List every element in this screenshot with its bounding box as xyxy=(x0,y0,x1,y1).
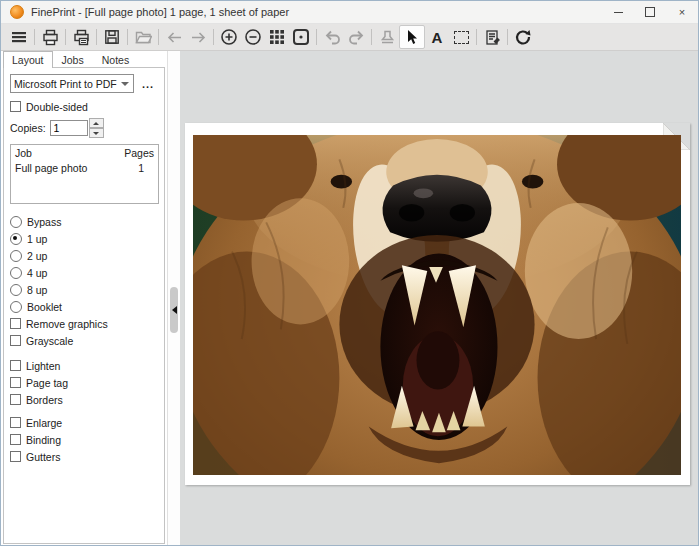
remove-graphics-checkbox[interactable] xyxy=(10,318,21,329)
rotate-button[interactable] xyxy=(511,26,535,48)
chevron-down-icon xyxy=(121,82,129,86)
job-column-header: Job xyxy=(15,147,32,159)
borders-option[interactable]: Borders xyxy=(10,392,159,407)
grayscale-option[interactable]: Grayscale xyxy=(10,333,159,348)
fit-page-icon xyxy=(292,28,310,46)
undo-button[interactable] xyxy=(320,26,344,48)
tab-layout[interactable]: Layout xyxy=(3,51,53,68)
collapse-left-icon xyxy=(172,306,177,314)
one-up-radio[interactable] xyxy=(10,233,22,245)
text-tool-button[interactable]: A xyxy=(425,26,449,48)
lighten-option[interactable]: Lighten xyxy=(10,358,159,373)
fit-page-button[interactable] xyxy=(289,26,313,48)
layout-mode-8up[interactable]: 8 up xyxy=(10,282,159,297)
grayscale-checkbox[interactable] xyxy=(10,335,21,346)
text-tool-icon: A xyxy=(432,30,443,45)
select-cursor-button[interactable] xyxy=(399,25,425,49)
stamp-button[interactable] xyxy=(375,26,399,48)
printer-document-icon xyxy=(73,29,90,46)
page-tag-label: Page tag xyxy=(26,377,68,389)
edit-page-icon xyxy=(484,29,501,46)
spinner-up-button[interactable] xyxy=(89,118,104,128)
pages-column-header: Pages xyxy=(124,147,154,159)
copies-input[interactable] xyxy=(50,120,88,136)
layout-mode-2up[interactable]: 2 up xyxy=(10,248,159,263)
tab-notes[interactable]: Notes xyxy=(93,51,138,68)
edit-page-button[interactable] xyxy=(480,26,504,48)
close-button[interactable]: × xyxy=(666,1,698,23)
booklet-label: Booklet xyxy=(27,301,62,313)
binding-option[interactable]: Binding xyxy=(10,432,159,447)
two-up-radio[interactable] xyxy=(10,250,22,262)
layout-mode-4up[interactable]: 4 up xyxy=(10,265,159,280)
double-sided-option[interactable]: Double-sided xyxy=(10,99,159,114)
printer-select[interactable]: Microsoft Print to PDF xyxy=(10,74,134,93)
printer-row: Microsoft Print to PDF ... xyxy=(10,74,159,93)
print-preview-area[interactable] xyxy=(180,51,698,546)
save-button[interactable] xyxy=(100,26,124,48)
save-icon xyxy=(104,29,120,45)
forward-button[interactable] xyxy=(186,26,210,48)
double-sided-checkbox[interactable] xyxy=(10,101,21,112)
tab-jobs[interactable]: Jobs xyxy=(53,51,93,68)
rotate-icon xyxy=(514,28,532,46)
lighten-checkbox[interactable] xyxy=(10,360,21,371)
splitter-handle[interactable] xyxy=(170,287,178,333)
eight-up-radio[interactable] xyxy=(10,284,22,296)
thumbnail-grid-button[interactable] xyxy=(265,26,289,48)
toolbar-separator xyxy=(316,29,317,45)
main-area: Layout Jobs Notes Microsoft Print to PDF… xyxy=(1,51,698,546)
redo-button[interactable] xyxy=(344,26,368,48)
fineprint-logo-icon xyxy=(10,5,24,19)
page-tag-option[interactable]: Page tag xyxy=(10,375,159,390)
printer-more-button[interactable]: ... xyxy=(142,78,154,90)
four-up-radio[interactable] xyxy=(10,267,22,279)
remove-graphics-option[interactable]: Remove graphics xyxy=(10,316,159,331)
booklet-radio[interactable] xyxy=(10,301,22,313)
enlarge-option[interactable]: Enlarge xyxy=(10,415,159,430)
open-button[interactable] xyxy=(131,26,155,48)
toolbar-separator xyxy=(371,29,372,45)
toolbar-separator xyxy=(65,29,66,45)
arrow-left-icon xyxy=(166,29,183,46)
job-list[interactable]: Job Pages Full page photo 1 xyxy=(10,144,159,204)
selection-rectangle-icon xyxy=(454,31,469,44)
maximize-button[interactable] xyxy=(634,1,666,23)
copies-label: Copies: xyxy=(10,122,46,134)
minimize-button[interactable] xyxy=(602,1,634,23)
spinner-down-button[interactable] xyxy=(89,128,104,138)
four-up-label: 4 up xyxy=(27,267,47,279)
page-tag-checkbox[interactable] xyxy=(10,377,21,388)
zoom-out-button[interactable] xyxy=(241,26,265,48)
binding-checkbox[interactable] xyxy=(10,434,21,445)
bypass-label: Bypass xyxy=(27,216,61,228)
select-region-button[interactable] xyxy=(449,26,473,48)
zoom-out-icon xyxy=(244,28,262,46)
menu-icon xyxy=(11,29,27,45)
bypass-radio[interactable] xyxy=(10,216,22,228)
maximize-icon xyxy=(645,7,655,17)
zoom-in-button[interactable] xyxy=(217,26,241,48)
layout-mode-booklet[interactable]: Booklet xyxy=(10,299,159,314)
print-button[interactable] xyxy=(38,26,62,48)
gutters-option[interactable]: Gutters xyxy=(10,449,159,464)
print-preview-button[interactable] xyxy=(69,26,93,48)
layout-mode-bypass[interactable]: Bypass xyxy=(10,214,159,229)
menu-button[interactable] xyxy=(7,26,31,48)
gutters-checkbox[interactable] xyxy=(10,451,21,462)
borders-checkbox[interactable] xyxy=(10,394,21,405)
grayscale-label: Grayscale xyxy=(26,335,73,347)
layout-mode-1up[interactable]: 1 up xyxy=(10,231,159,246)
bear-photo xyxy=(193,135,681,475)
back-button[interactable] xyxy=(162,26,186,48)
preview-page[interactable] xyxy=(185,123,690,485)
lighten-label: Lighten xyxy=(26,360,60,372)
toolbar-separator xyxy=(158,29,159,45)
close-icon: × xyxy=(679,6,685,18)
sidebar-splitter[interactable] xyxy=(167,51,180,546)
toolbar-separator xyxy=(96,29,97,45)
minimize-icon xyxy=(614,12,623,13)
window-controls: × xyxy=(602,1,698,23)
job-row[interactable]: Full page photo 1 xyxy=(15,162,154,174)
enlarge-checkbox[interactable] xyxy=(10,417,21,428)
